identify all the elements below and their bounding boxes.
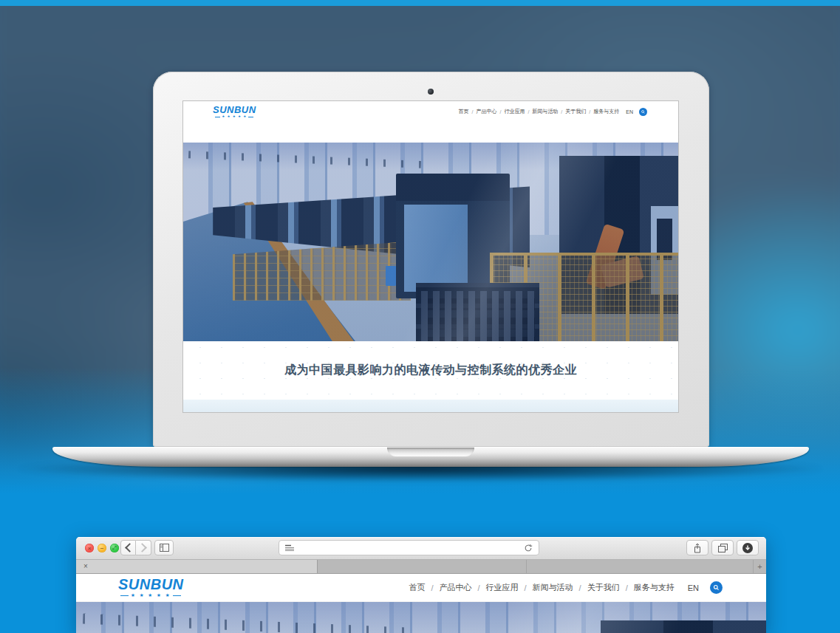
hero-image <box>183 143 678 362</box>
logo-stars: ★ ★ ★ ★ ★ <box>215 115 253 119</box>
hero-image <box>76 602 766 633</box>
laptop-lid: SUNBUN ★ ★ ★ ★ ★ 首页 / 产品中心 / 行业应用 / 新闻与活… <box>153 72 709 447</box>
laptop-screen: SUNBUN ★ ★ ★ ★ ★ 首页 / 产品中心 / 行业应用 / 新闻与活… <box>183 101 678 412</box>
new-tab-button[interactable]: + <box>753 560 766 573</box>
nav-separator: / <box>525 584 527 592</box>
browser-toolbar <box>76 537 766 560</box>
nav-item-news[interactable]: 新闻与活动 <box>532 108 558 115</box>
browser-page: SUNBUN ★ ★ ★ ★ ★ 首页 / 产品中心 / 行业应用 / 新闻与活… <box>76 574 766 633</box>
refresh-icon[interactable] <box>524 544 533 552</box>
language-toggle[interactable]: EN <box>688 584 699 592</box>
downloads-button[interactable] <box>737 540 759 555</box>
nav-item-about[interactable]: 关于我们 <box>587 582 620 593</box>
nav-item-support[interactable]: 服务与支持 <box>593 108 619 115</box>
main-nav: 首页 / 产品中心 / 行业应用 / 新闻与活动 / 关于我们 / 服务与支持 … <box>459 108 648 116</box>
sidebar-button[interactable] <box>154 540 174 555</box>
language-toggle[interactable]: EN <box>626 109 633 114</box>
screenshot-stage: SUNBUN ★ ★ ★ ★ ★ 首页 / 产品中心 / 行业应用 / 新闻与活… <box>0 0 840 633</box>
logo-stars: ★ ★ ★ ★ ★ <box>120 593 181 598</box>
nav-item-about[interactable]: 关于我们 <box>565 108 586 115</box>
logo[interactable]: SUNBUN ★ ★ ★ ★ ★ <box>213 105 256 119</box>
nav-item-support[interactable]: 服务与支持 <box>634 582 675 593</box>
history-nav <box>120 540 151 555</box>
tabs-overview-icon <box>718 544 728 552</box>
inactive-tab[interactable] <box>527 560 754 573</box>
inactive-tab[interactable] <box>318 560 527 573</box>
tab-close-icon[interactable]: × <box>83 563 88 570</box>
top-blue-bar <box>0 0 840 6</box>
sidebar-panel-icon <box>160 544 169 552</box>
nav-separator: / <box>472 109 474 114</box>
address-bar[interactable] <box>279 540 539 555</box>
chevron-right-icon <box>137 543 147 552</box>
browser-window: × + SUNBUN ★ ★ ★ ★ ★ 首页 / 产品中心 / 行业应用 / <box>76 537 766 633</box>
site-header: SUNBUN ★ ★ ★ ★ ★ 首页 / 产品中心 / 行业应用 / 新闻与活… <box>183 101 678 122</box>
close-icon[interactable] <box>85 544 94 552</box>
laptop-base <box>52 447 809 467</box>
chevron-left-icon <box>125 543 134 552</box>
fullscreen-icon[interactable] <box>110 544 119 552</box>
reader-lines-icon <box>285 544 294 552</box>
share-icon <box>693 543 702 553</box>
share-button[interactable] <box>686 540 708 555</box>
nav-separator: / <box>561 109 562 114</box>
hero-blue-overlay <box>76 602 766 633</box>
tab-bar: × + <box>76 560 766 574</box>
active-tab[interactable]: × <box>76 560 318 573</box>
nav-separator: / <box>499 109 501 114</box>
nav-item-products[interactable]: 产品中心 <box>476 108 496 115</box>
toolbar-right-buttons <box>686 540 759 555</box>
magnifier-icon <box>641 109 646 114</box>
nav-item-news[interactable]: 新闻与活动 <box>533 582 573 593</box>
company-tagline: 成为中国最具影响力的电液传动与控制系统的优秀企业 <box>284 363 577 378</box>
magnifier-icon <box>712 584 720 592</box>
minimize-icon[interactable] <box>98 544 106 552</box>
hero-blue-overlay <box>183 143 678 362</box>
nav-item-home[interactable]: 首页 <box>459 108 469 115</box>
footer-strip <box>183 400 678 412</box>
logo-text: SUNBUN <box>118 577 184 592</box>
webcam-icon <box>428 89 434 95</box>
site-header: SUNBUN ★ ★ ★ ★ ★ 首页 / 产品中心 / 行业应用 / 新闻与活… <box>76 574 766 602</box>
nav-separator: / <box>431 584 433 592</box>
logo-text: SUNBUN <box>213 105 256 114</box>
nav-item-products[interactable]: 产品中心 <box>439 582 471 593</box>
nav-separator: / <box>477 584 479 592</box>
nav-separator: / <box>589 109 590 114</box>
nav-separator: / <box>626 584 628 592</box>
back-button[interactable] <box>120 540 136 555</box>
nav-item-home[interactable]: 首页 <box>409 582 425 593</box>
tab-overview-button[interactable] <box>711 540 734 555</box>
search-button[interactable] <box>710 581 723 594</box>
download-icon <box>742 543 753 553</box>
nav-separator: / <box>579 584 581 592</box>
nav-separator: / <box>527 109 529 114</box>
search-button[interactable] <box>639 108 647 116</box>
nav-item-industries[interactable]: 行业应用 <box>504 108 525 115</box>
traffic-lights <box>85 544 119 552</box>
main-nav: 首页 / 产品中心 / 行业应用 / 新闻与活动 / 关于我们 / 服务与支持 … <box>409 581 723 594</box>
nav-item-industries[interactable]: 行业应用 <box>486 582 519 593</box>
forward-button[interactable] <box>136 540 151 555</box>
hero-image-clip <box>76 602 766 633</box>
tagline-section: 成为中国最具影响力的电液传动与控制系统的优秀企业 <box>183 341 678 400</box>
logo[interactable]: SUNBUN ★ ★ ★ ★ ★ <box>118 577 184 598</box>
